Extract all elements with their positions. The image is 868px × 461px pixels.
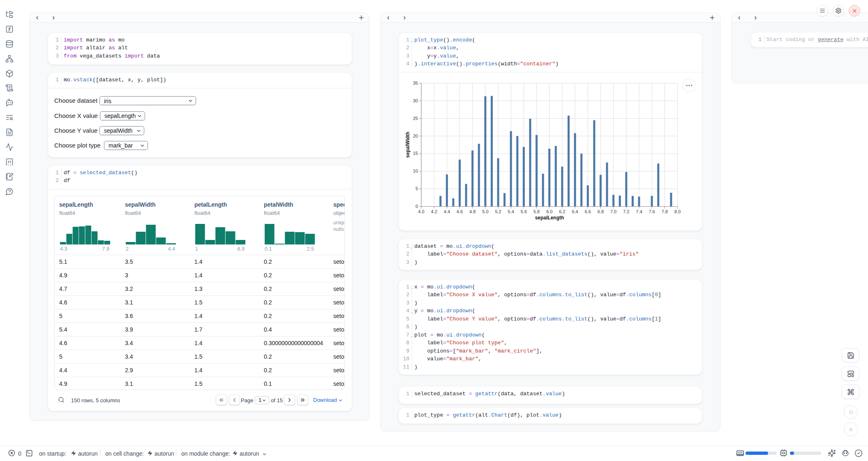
svg-text:7.6: 7.6 [649, 209, 655, 214]
svg-text:sepalWidth: sepalWidth [405, 131, 411, 158]
svg-text:8.0: 8.0 [674, 209, 681, 214]
svg-text:sepalLength: sepalLength [535, 215, 564, 221]
svg-text:6.8: 6.8 [598, 209, 604, 214]
svg-text:0: 0 [416, 204, 418, 209]
svg-text:4.4: 4.4 [444, 209, 450, 214]
svg-text:30: 30 [413, 98, 418, 103]
svg-text:4.2: 4.2 [431, 209, 437, 214]
svg-text:6.4: 6.4 [572, 209, 578, 214]
svg-text:5: 5 [416, 186, 418, 191]
svg-text:5.0: 5.0 [482, 209, 488, 214]
svg-text:5.4: 5.4 [508, 209, 514, 214]
svg-text:5.2: 5.2 [495, 209, 501, 214]
svg-text:7.8: 7.8 [662, 209, 668, 214]
svg-text:6.0: 6.0 [546, 209, 552, 214]
svg-text:6.6: 6.6 [585, 209, 591, 214]
svg-text:5.6: 5.6 [521, 209, 527, 214]
svg-text:4.0: 4.0 [418, 209, 424, 214]
svg-text:35: 35 [413, 81, 418, 85]
svg-text:15: 15 [413, 151, 418, 156]
svg-text:4.6: 4.6 [457, 209, 463, 214]
svg-text:25: 25 [413, 116, 418, 121]
svg-text:20: 20 [413, 134, 418, 138]
svg-text:10: 10 [413, 168, 418, 173]
svg-text:7.0: 7.0 [610, 209, 616, 214]
svg-text:7.2: 7.2 [623, 209, 629, 214]
svg-text:6.2: 6.2 [559, 209, 565, 214]
svg-text:5.8: 5.8 [533, 209, 540, 214]
svg-text:4.8: 4.8 [469, 209, 476, 214]
svg-text:7.4: 7.4 [636, 209, 642, 214]
